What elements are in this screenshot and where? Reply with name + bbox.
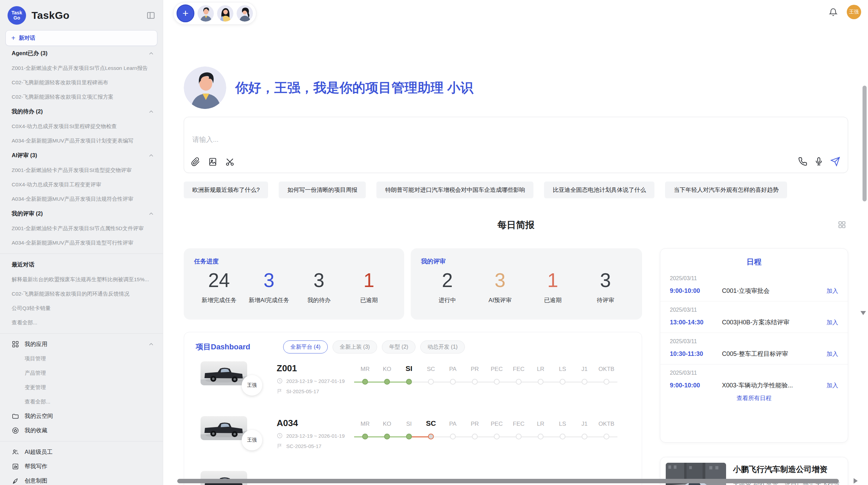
milestone-dot[interactable] (472, 434, 478, 439)
dashboard-tab[interactable]: 年型 (2) (382, 340, 415, 353)
new-chat-button[interactable]: + 新对话 (5, 30, 157, 46)
app-sub-item[interactable]: 产品管理 (0, 366, 163, 380)
suggestion-chip[interactable]: 特朗普可能对进口汽车增税会对中国车企造成哪些影响 (376, 182, 533, 198)
project-code[interactable]: A034 (277, 418, 345, 428)
user-avatar[interactable]: 王强 (847, 5, 861, 19)
suggestion-chip[interactable]: 当下年轻人对汽车外观有怎样的喜好趋势 (665, 182, 787, 198)
milestone-dot[interactable] (384, 434, 390, 439)
join-button[interactable]: 加入 (827, 350, 838, 358)
scroll-down-arrow[interactable] (860, 311, 866, 315)
chat-input-box[interactable]: 请输入... (184, 117, 848, 173)
dashboard-tab[interactable]: 全新上装 (3) (333, 340, 377, 353)
scissors-icon[interactable] (225, 157, 234, 166)
notification-bell-icon[interactable] (829, 8, 838, 17)
sidebar-item[interactable]: C02-飞腾新能源轻客改款项目立项汇报方案 (0, 90, 163, 104)
chevron-up-icon[interactable] (148, 210, 155, 217)
milestone-label: PA (442, 413, 464, 431)
milestone-label: PA (442, 358, 464, 376)
agent-avatar[interactable] (197, 5, 214, 22)
sidebar-section-header[interactable]: 我的待办 (2) (0, 104, 163, 119)
sidebar-tool-item[interactable]: 帮我写作 (0, 459, 163, 474)
sidebar-item[interactable]: Z001-全新燃油皮卡产品开发项目SI节点Lesson Learn报告 (0, 61, 163, 75)
milestone-dot[interactable] (428, 379, 434, 385)
sidebar-section-header[interactable]: Agent已办 (3) (0, 46, 163, 61)
milestone-dot[interactable] (604, 379, 610, 385)
agent-avatar[interactable] (237, 5, 253, 22)
attach-icon[interactable] (191, 157, 200, 166)
milestone-dot[interactable] (406, 434, 412, 439)
milestone-dot[interactable] (362, 379, 368, 385)
project-code[interactable]: Z001 (277, 363, 345, 374)
milestone-dot[interactable] (450, 434, 456, 439)
stat-value: 1 (344, 269, 394, 291)
sidebar-item[interactable]: C0X4-动力总成开发项目SI里程碑提交物检查 (0, 119, 163, 134)
milestone-dot[interactable] (604, 434, 610, 439)
milestone-dot[interactable] (362, 434, 368, 439)
recent-chat-item[interactable]: 公司Q3轻卡销量 (0, 301, 163, 315)
vertical-scrollbar[interactable] (863, 86, 867, 201)
app-sub-item[interactable]: 查看全部... (0, 395, 163, 409)
sidebar-item[interactable]: A034-全新新能源MUV产品开发项目造型可行性评审 (0, 236, 163, 250)
milestone-dot[interactable] (516, 434, 522, 439)
dashboard-tab[interactable]: 动总开发 (1) (420, 340, 465, 353)
milestone-dot[interactable] (494, 434, 500, 439)
recent-chat-item[interactable]: C02-飞腾新能源轻客改款项目的闭环通告反馈情况 (0, 287, 163, 301)
horizontal-scrollbar[interactable] (177, 479, 839, 483)
layout-grid-icon[interactable] (838, 221, 846, 229)
app-sub-item[interactable]: 变更管理 (0, 380, 163, 395)
milestone-dot[interactable] (516, 379, 522, 385)
milestone-dot[interactable] (538, 379, 544, 385)
image-icon[interactable] (208, 157, 217, 166)
join-button[interactable]: 加入 (827, 287, 838, 295)
milestone-dot[interactable] (406, 379, 412, 385)
view-all-schedule-link[interactable]: 查看所有日程 (660, 394, 848, 402)
milestone-dot[interactable] (472, 379, 478, 385)
sidebar-item[interactable]: C02-飞腾新能源轻客改款项目里程碑画布 (0, 75, 163, 90)
logo-text-top: Task (12, 10, 22, 15)
schedule-item: 2025/03/119:00-10:00C001-立项审批会加入 (660, 270, 848, 301)
sidebar-item[interactable]: A034-全新新能源MUV产品开发项目法规符合性评审 (0, 192, 163, 206)
sidebar-item-my-apps[interactable]: 我的应用 (0, 337, 163, 351)
app-sub-item[interactable]: 项目管理 (0, 351, 163, 366)
send-icon[interactable] (830, 157, 840, 166)
add-agent-button[interactable]: + (177, 4, 194, 22)
sidebar-item[interactable]: C0X4-动力总成开发项目工程变更评审 (0, 177, 163, 192)
recent-chat-item[interactable]: 查看全部... (0, 315, 163, 330)
dashboard-tab[interactable]: 全新平台 (4) (283, 340, 328, 353)
chevron-up-icon[interactable] (148, 341, 155, 348)
sidebar-section-title: AI评审 (3) (12, 152, 37, 159)
chevron-up-icon[interactable] (148, 108, 155, 115)
milestone-dot[interactable] (560, 434, 566, 439)
milestone-stage: PA (442, 413, 464, 468)
milestone-dot[interactable] (560, 379, 566, 385)
suggestion-chip[interactable]: 如何写一份清晰的项目周报 (279, 182, 366, 198)
sidebar-tool-item[interactable]: AI超级员工 (0, 445, 163, 459)
sidebar-item-star-circle[interactable]: 我的收藏 (0, 423, 163, 438)
sidebar-item-cloud-folder[interactable]: 我的云空间 (0, 409, 163, 423)
sidebar-tool-item[interactable]: 创意制图 (0, 474, 163, 485)
milestone-dot[interactable] (582, 434, 588, 439)
sidebar-item[interactable]: A034-全新新能源MUV产品开发项目计划变更表编写 (0, 134, 163, 148)
milestone-dot[interactable] (494, 379, 500, 385)
join-button[interactable]: 加入 (827, 319, 838, 326)
milestone-dot[interactable] (582, 379, 588, 385)
join-button[interactable]: 加入 (827, 382, 838, 389)
microphone-icon[interactable] (814, 157, 823, 166)
recent-chat-item[interactable]: 解释最新出台的欧盟报废车法规再生塑料比例被调至15%... (0, 272, 163, 287)
milestone-dot[interactable] (538, 434, 544, 439)
scroll-right-arrow[interactable] (854, 478, 858, 484)
sidebar-section-header[interactable]: 我的评审 (2) (0, 206, 163, 221)
suggestion-chip[interactable]: 欧洲新规最近颁布了什么? (184, 182, 268, 198)
collapse-sidebar-icon[interactable] (146, 11, 155, 20)
chevron-up-icon[interactable] (148, 50, 155, 57)
phone-icon[interactable] (798, 157, 807, 166)
sidebar-section-header[interactable]: AI评审 (3) (0, 148, 163, 163)
milestone-dot[interactable] (384, 379, 390, 385)
sidebar-item[interactable]: Z001-全新燃油轻卡产品开发项目SI造型提交物评审 (0, 163, 163, 177)
chevron-up-icon[interactable] (148, 152, 155, 159)
milestone-dot[interactable] (450, 379, 456, 385)
suggestion-chip[interactable]: 比亚迪全固态电池计划具体说了什么 (544, 182, 654, 198)
sidebar-item[interactable]: Z001-全新燃油轻卡产品开发项目SI节点属性5D文件评审 (0, 221, 163, 236)
agent-avatar[interactable] (217, 5, 233, 22)
milestone-dot[interactable] (428, 434, 434, 439)
